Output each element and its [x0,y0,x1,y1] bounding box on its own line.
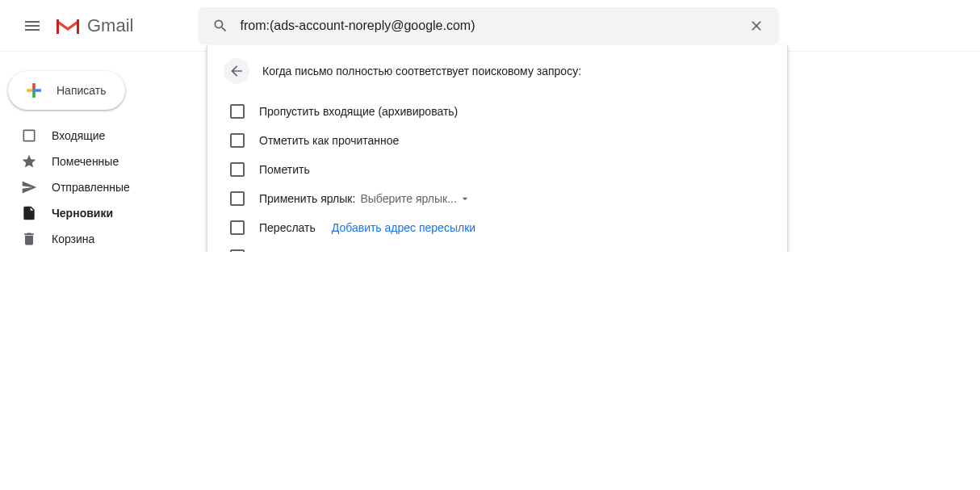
sidebar-item-drafts[interactable]: Черновики [0,200,207,226]
gmail-logo-text: Gmail [87,15,133,36]
search-input[interactable] [237,19,740,33]
checkbox-forward[interactable] [230,220,245,235]
filter-panel-title: Когда письмо полностью соответствует пои… [262,65,581,77]
apply-label-dropdown[interactable]: Выберите ярлык... [360,192,471,205]
send-icon [21,179,37,195]
sidebar-item-label: Отправленные [52,181,130,194]
gmail-logo[interactable]: Gmail [55,15,133,36]
checkbox-delete[interactable] [230,249,245,252]
menu-icon [23,16,42,36]
sidebar-item-trash[interactable]: Корзина [0,226,207,252]
sidebar-item-label: Помеченные [52,155,119,168]
option-label: Удалить [259,250,302,252]
chevron-down-icon [459,192,471,205]
option-skip-inbox: Пропустить входящие (архивировать) [224,97,771,126]
compose-button[interactable]: Написать [8,71,125,110]
sidebar-item-label: Черновики [52,207,113,220]
option-label: Переслать [259,221,316,234]
compose-label: Написать [57,84,106,97]
option-star: Пометить [224,155,771,184]
option-label: Пропустить входящие (архивировать) [259,105,458,118]
checkbox-skip-inbox[interactable] [230,104,245,119]
checkbox-mark-read[interactable] [230,133,245,148]
search-bar [198,7,779,44]
header: Gmail [0,0,980,52]
main-menu-button[interactable] [13,6,52,45]
back-button[interactable] [224,58,249,84]
trash-icon [21,231,37,247]
sidebar-item-sent[interactable]: Отправленные [0,174,207,200]
sidebar-item-label: Корзина [52,232,94,245]
dropdown-value: Выберите ярлык... [360,192,457,205]
sidebar: Написать Входящие Помеченные Отправленны… [0,52,207,252]
option-label: Пометить [259,163,310,176]
add-forward-address-link[interactable]: Добавить адрес пересылки [332,221,475,234]
checkbox-apply-label[interactable] [230,191,245,206]
plus-icon [21,77,47,103]
checkbox-star[interactable] [230,162,245,177]
option-delete: Удалить [224,242,771,252]
inbox-icon [21,128,37,144]
sidebar-item-starred[interactable]: Помеченные [0,149,207,174]
option-label: Отметить как прочитанное [259,134,399,147]
filter-panel: Когда письмо полностью соответствует пои… [207,45,788,252]
option-forward: Переслать Добавить адрес пересылки [224,213,771,242]
option-mark-read: Отметить как прочитанное [224,126,771,155]
arrow-left-icon [228,63,245,79]
star-icon [21,153,37,170]
clear-search-button[interactable] [740,10,773,42]
sidebar-item-label: Входящие [52,129,105,142]
search-button[interactable] [204,10,237,42]
option-apply-label: Применить ярлык: Выберите ярлык... [224,184,771,213]
main-area: Когда письмо полностью соответствует пои… [207,52,980,252]
search-icon [212,18,228,34]
gmail-logo-icon [55,16,81,36]
close-icon [748,18,764,34]
sidebar-item-inbox[interactable]: Входящие [0,123,207,149]
draft-icon [21,205,37,221]
option-label: Применить ярлык: [259,192,355,205]
